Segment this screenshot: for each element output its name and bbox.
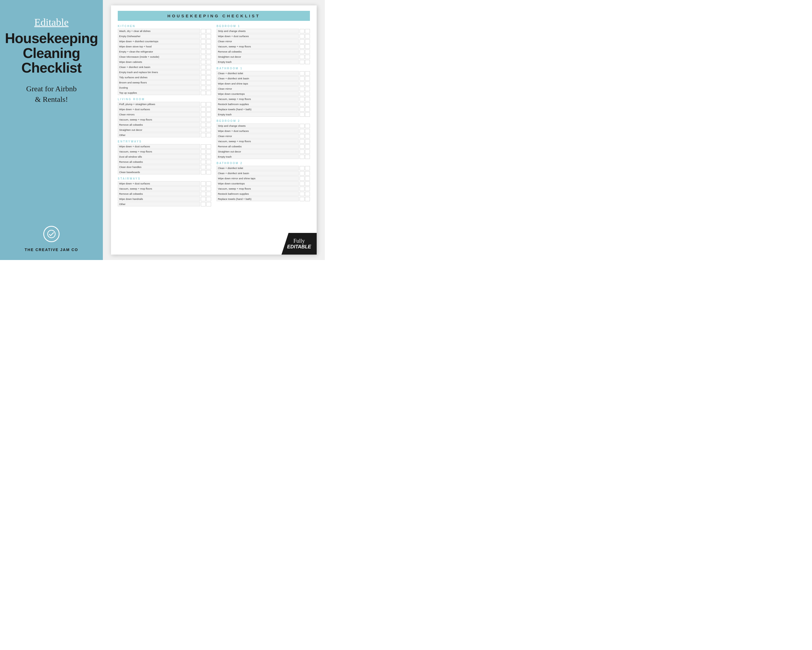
- checkbox[interactable]: [206, 80, 211, 85]
- checkbox[interactable]: [206, 154, 211, 159]
- checkbox[interactable]: [305, 166, 310, 170]
- checkbox[interactable]: [300, 76, 304, 81]
- checkbox[interactable]: [305, 150, 310, 154]
- checkbox[interactable]: [206, 165, 211, 169]
- checkbox[interactable]: [201, 86, 206, 90]
- checkbox[interactable]: [206, 192, 211, 196]
- checkbox[interactable]: [201, 102, 206, 106]
- checkbox[interactable]: [305, 50, 310, 54]
- checkbox[interactable]: [201, 154, 206, 159]
- checkbox[interactable]: [206, 65, 211, 69]
- checkbox[interactable]: [206, 70, 211, 75]
- checkbox[interactable]: [206, 112, 211, 117]
- checkbox[interactable]: [305, 81, 310, 86]
- checkbox[interactable]: [300, 134, 304, 138]
- checkbox[interactable]: [201, 197, 206, 201]
- checkbox[interactable]: [201, 39, 206, 44]
- checkbox[interactable]: [300, 129, 304, 133]
- checkbox[interactable]: [201, 60, 206, 64]
- checkbox[interactable]: [201, 170, 206, 174]
- checkbox[interactable]: [300, 60, 304, 64]
- checkbox[interactable]: [305, 182, 310, 186]
- checkbox[interactable]: [300, 107, 304, 112]
- checkbox[interactable]: [300, 166, 304, 170]
- checkbox[interactable]: [305, 171, 310, 176]
- checkbox[interactable]: [300, 44, 304, 49]
- checkbox[interactable]: [305, 187, 310, 191]
- checkbox[interactable]: [201, 182, 206, 186]
- checkbox[interactable]: [300, 182, 304, 186]
- checkbox[interactable]: [206, 55, 211, 59]
- checkbox[interactable]: [305, 55, 310, 59]
- checkbox[interactable]: [201, 165, 206, 169]
- checkbox[interactable]: [201, 160, 206, 164]
- checkbox[interactable]: [300, 187, 304, 191]
- checkbox[interactable]: [305, 144, 310, 149]
- checkbox[interactable]: [201, 144, 206, 149]
- checkbox[interactable]: [300, 176, 304, 180]
- checkbox[interactable]: [206, 118, 211, 122]
- checkbox[interactable]: [305, 129, 310, 133]
- checkbox[interactable]: [300, 154, 304, 159]
- checkbox[interactable]: [206, 86, 211, 90]
- checkbox[interactable]: [201, 112, 206, 117]
- checkbox[interactable]: [305, 44, 310, 49]
- checkbox[interactable]: [201, 133, 206, 137]
- checkbox[interactable]: [206, 144, 211, 149]
- checkbox[interactable]: [300, 124, 304, 128]
- checkbox[interactable]: [300, 102, 304, 106]
- checkbox[interactable]: [201, 150, 206, 154]
- checkbox[interactable]: [300, 139, 304, 144]
- checkbox[interactable]: [201, 192, 206, 196]
- checkbox[interactable]: [305, 102, 310, 106]
- checkbox[interactable]: [206, 44, 211, 49]
- checkbox[interactable]: [201, 44, 206, 49]
- checkbox[interactable]: [206, 197, 211, 201]
- checkbox[interactable]: [201, 187, 206, 191]
- checkbox[interactable]: [300, 171, 304, 176]
- checkbox[interactable]: [206, 170, 211, 174]
- checkbox[interactable]: [300, 144, 304, 149]
- checkbox[interactable]: [201, 50, 206, 54]
- checkbox[interactable]: [300, 71, 304, 76]
- checkbox[interactable]: [201, 91, 206, 95]
- checkbox[interactable]: [206, 202, 211, 206]
- checkbox[interactable]: [206, 91, 211, 95]
- checkbox[interactable]: [305, 112, 310, 117]
- checkbox[interactable]: [300, 150, 304, 154]
- checkbox[interactable]: [201, 107, 206, 112]
- checkbox[interactable]: [305, 76, 310, 81]
- checkbox[interactable]: [300, 97, 304, 101]
- checkbox[interactable]: [300, 112, 304, 117]
- checkbox[interactable]: [206, 160, 211, 164]
- checkbox[interactable]: [206, 133, 211, 137]
- checkbox[interactable]: [305, 154, 310, 159]
- checkbox[interactable]: [206, 107, 211, 112]
- checkbox[interactable]: [305, 71, 310, 76]
- checkbox[interactable]: [206, 39, 211, 44]
- checkbox[interactable]: [305, 124, 310, 128]
- checkbox[interactable]: [206, 75, 211, 80]
- checkbox[interactable]: [201, 70, 206, 75]
- checkbox[interactable]: [300, 92, 304, 96]
- checkbox[interactable]: [300, 87, 304, 91]
- checkbox[interactable]: [201, 202, 206, 206]
- checkbox[interactable]: [300, 34, 304, 38]
- checkbox[interactable]: [201, 128, 206, 132]
- checkbox[interactable]: [206, 150, 211, 154]
- checkbox[interactable]: [305, 29, 310, 33]
- checkbox[interactable]: [206, 102, 211, 106]
- checkbox[interactable]: [206, 187, 211, 191]
- checkbox[interactable]: [305, 87, 310, 91]
- checkbox[interactable]: [300, 39, 304, 44]
- checkbox[interactable]: [201, 29, 206, 33]
- checkbox[interactable]: [305, 197, 310, 201]
- checkbox[interactable]: [305, 134, 310, 138]
- checkbox[interactable]: [201, 123, 206, 127]
- checkbox[interactable]: [300, 197, 304, 201]
- checkbox[interactable]: [305, 60, 310, 64]
- checkbox[interactable]: [305, 34, 310, 38]
- checkbox[interactable]: [201, 80, 206, 85]
- checkbox[interactable]: [206, 34, 211, 38]
- checkbox[interactable]: [201, 118, 206, 122]
